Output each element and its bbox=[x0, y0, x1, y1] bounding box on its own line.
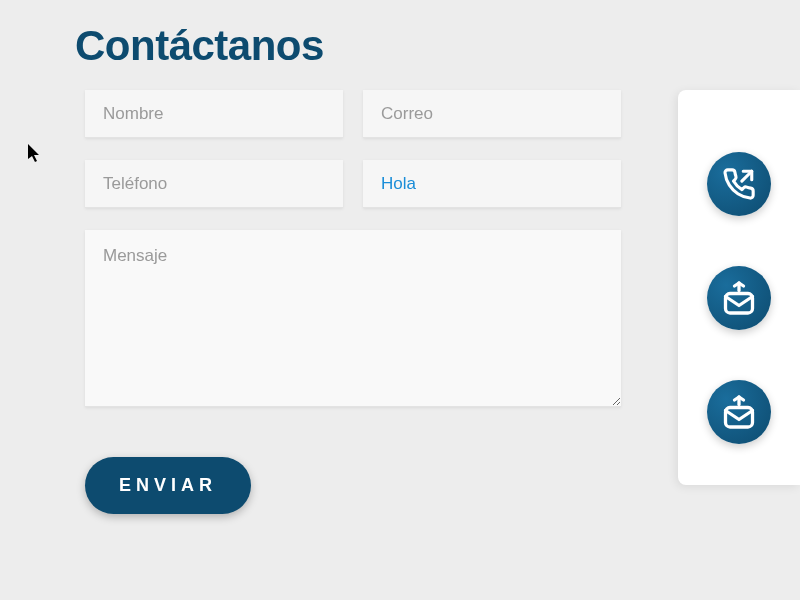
message-textarea[interactable] bbox=[85, 230, 621, 407]
subject-input[interactable] bbox=[363, 160, 621, 208]
submit-button[interactable]: ENVIAR bbox=[85, 457, 251, 514]
contact-sidebar bbox=[678, 90, 800, 485]
svg-rect-0 bbox=[726, 294, 753, 314]
svg-rect-1 bbox=[726, 408, 753, 428]
email-input[interactable] bbox=[363, 90, 621, 138]
name-input[interactable] bbox=[85, 90, 343, 138]
phone-input[interactable] bbox=[85, 160, 343, 208]
mail-send-icon bbox=[721, 394, 757, 430]
email-send-button-1[interactable] bbox=[707, 266, 771, 330]
phone-contact-button[interactable] bbox=[707, 152, 771, 216]
phone-out-icon bbox=[722, 167, 756, 201]
email-send-button-2[interactable] bbox=[707, 380, 771, 444]
page-title: Contáctanos bbox=[0, 0, 800, 90]
mail-send-icon bbox=[721, 280, 757, 316]
